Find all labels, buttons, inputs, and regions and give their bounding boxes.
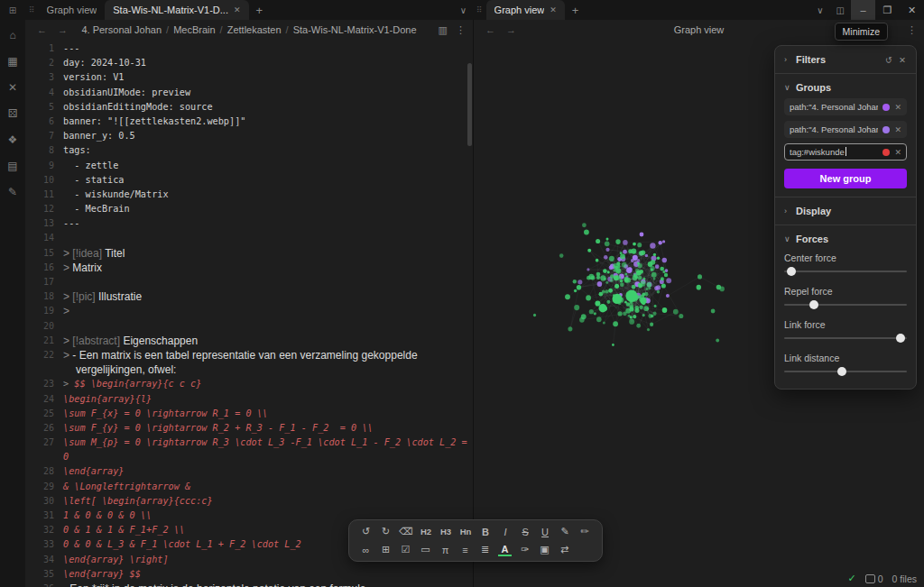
graph-node[interactable] (559, 253, 564, 258)
graph-node[interactable] (635, 308, 640, 313)
graph-node[interactable] (647, 328, 650, 331)
close-window-button[interactable]: ✕ (900, 0, 924, 20)
graph-node[interactable] (595, 300, 600, 306)
graph-node[interactable] (602, 290, 605, 294)
graph-node[interactable] (662, 258, 667, 263)
graph-node[interactable] (624, 277, 629, 281)
chevron-right-icon[interactable]: › (784, 55, 791, 64)
tab-list-chevron-icon[interactable]: ∨ (454, 5, 473, 15)
chevron-down-icon[interactable]: ∨ (784, 83, 791, 92)
editor-line[interactable]: 15> [!idea] Titel (25, 246, 473, 261)
tab-list-chevron-icon[interactable]: ∨ (810, 5, 829, 15)
editor-line[interactable]: 36- Een *rij* in de matrix is de horizon… (25, 582, 473, 587)
graph-node[interactable] (639, 251, 643, 256)
graph-node[interactable] (664, 273, 668, 278)
graph-node[interactable] (653, 253, 656, 257)
repel-force-slider[interactable] (784, 299, 907, 311)
graph-node[interactable] (612, 344, 614, 346)
graph-node[interactable] (633, 251, 635, 254)
math-icon[interactable]: π (439, 543, 452, 556)
align-icon[interactable]: ≣ (478, 543, 492, 556)
slider-thumb[interactable] (809, 300, 818, 309)
graph-node[interactable] (633, 243, 636, 246)
group-color-dot[interactable] (882, 104, 890, 111)
graph-node[interactable] (653, 278, 656, 280)
graph-node[interactable] (639, 306, 642, 310)
group-query-input[interactable]: tag:#wiskunde✕ (784, 143, 907, 161)
breadcrumb-item[interactable]: MecBrain (173, 24, 215, 35)
breadcrumb-item[interactable]: Sta-Wis-NL-Matrix-V1-Done (293, 24, 417, 35)
graph-node[interactable] (629, 302, 633, 307)
graph-node[interactable] (716, 339, 719, 343)
group-pill[interactable]: path:"4. Personal Johan✕ (784, 98, 907, 115)
clear-formatting-icon[interactable]: ⌫ (399, 525, 413, 538)
editor-line[interactable]: 23> $$ \begin{array}{c c c} (25, 377, 473, 391)
editor-line[interactable]: 3version: V1 (25, 70, 473, 85)
graph-node[interactable] (647, 282, 652, 288)
graph-node[interactable] (606, 300, 610, 304)
new-note-icon[interactable]: ✎ (4, 185, 22, 199)
graph-node[interactable] (642, 314, 645, 316)
menu-grid-icon[interactable]: ⊞ (0, 0, 25, 20)
graph-node[interactable] (597, 281, 603, 287)
graph-node[interactable] (573, 280, 577, 284)
text-color-icon[interactable]: A (498, 543, 512, 556)
graph-node[interactable] (633, 315, 636, 318)
graph-node[interactable] (666, 278, 671, 283)
redo-icon[interactable]: ↻ (379, 525, 393, 538)
more-options-icon[interactable]: ⋮ (456, 24, 466, 36)
graph-node[interactable] (624, 301, 627, 304)
graph-node[interactable] (605, 248, 609, 252)
slider-thumb[interactable] (896, 334, 905, 343)
center-force-slider[interactable] (784, 266, 907, 278)
editor-line[interactable]: 0 (25, 450, 473, 464)
graph-node[interactable] (596, 259, 599, 262)
editor-line[interactable]: 18> [!pic] Illustratie (25, 289, 473, 304)
graph-node[interactable] (638, 276, 642, 280)
graph-node[interactable] (630, 316, 633, 318)
tab-group-grip-icon[interactable]: ⠿ (25, 5, 39, 14)
editor-line[interactable]: 17 (25, 275, 473, 289)
graph-node[interactable] (673, 309, 679, 315)
tab-group-grip-icon[interactable]: ⠿ (473, 5, 486, 14)
editor-line[interactable]: 21> [!abstract] Eigenschappen (25, 334, 473, 348)
graph-node[interactable] (624, 272, 627, 275)
graph-node[interactable] (565, 294, 570, 299)
graph-node[interactable] (679, 314, 683, 318)
slider-thumb[interactable] (787, 267, 796, 276)
editor-line[interactable]: 5obsidianEditingMode: source (25, 100, 473, 115)
graph-node[interactable] (578, 280, 582, 284)
graph-node[interactable] (589, 309, 594, 314)
graph-node[interactable] (654, 305, 657, 307)
chevron-right-icon[interactable]: › (784, 206, 791, 216)
graph-node[interactable] (608, 289, 613, 293)
graph-node[interactable] (644, 292, 648, 297)
back-icon[interactable]: ← (32, 24, 51, 35)
graph-node[interactable] (657, 257, 660, 261)
graph-node[interactable] (574, 305, 579, 310)
graph-node[interactable] (629, 319, 634, 325)
editor-line[interactable]: 28\end{array} (25, 464, 473, 479)
editor-line[interactable]: 13--- (25, 216, 473, 231)
graph-node[interactable] (637, 243, 642, 247)
close-icon[interactable]: ✕ (4, 80, 22, 95)
graph-node[interactable] (636, 324, 641, 328)
graph-node[interactable] (716, 285, 721, 290)
editor-line[interactable]: 6banner: "![[zettlekasten2.webp]]" (25, 115, 473, 129)
graph-node[interactable] (628, 249, 633, 253)
graph-node-large[interactable] (626, 290, 638, 302)
group-color-dot[interactable] (882, 126, 890, 133)
highlight-icon[interactable]: ✎ (559, 525, 572, 538)
graph-node[interactable] (650, 323, 653, 326)
home-icon[interactable]: ⌂ (4, 28, 22, 42)
graph-view-icon[interactable]: ❖ (4, 133, 22, 147)
graph-node[interactable] (640, 233, 644, 237)
editor-line[interactable]: 1--- (25, 41, 473, 56)
graph-node[interactable] (581, 314, 587, 319)
editor-line[interactable]: 12 - MecBrain (25, 202, 473, 216)
graph-node-large[interactable] (640, 298, 646, 304)
pen-icon[interactable]: ✑ (518, 543, 531, 556)
graph-node[interactable] (620, 282, 624, 287)
new-tab-button[interactable]: + (565, 4, 587, 17)
maximize-button[interactable]: ❐ (875, 0, 900, 20)
